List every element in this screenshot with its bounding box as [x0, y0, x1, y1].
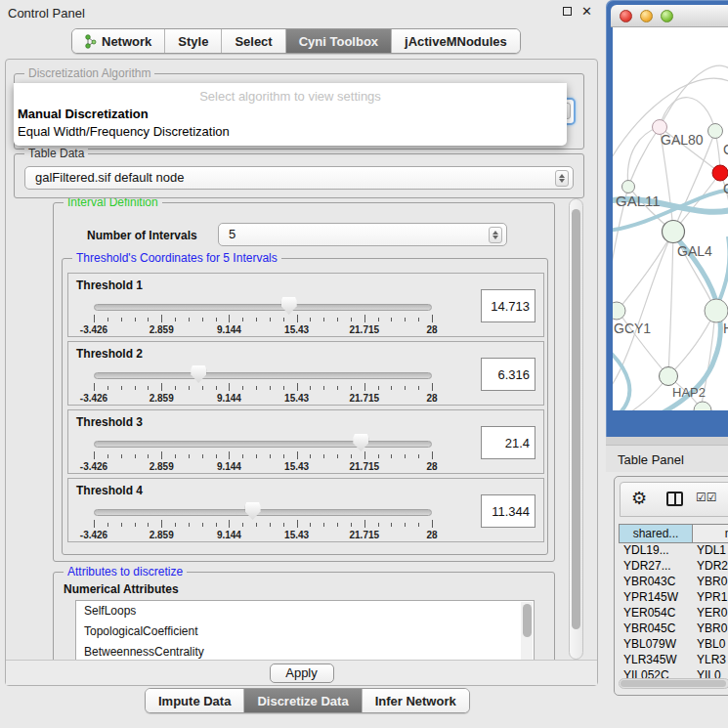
table-panel-window: ⚙ ☑☑ shared... na... YDL19...YDL1YDR27..… [614, 476, 728, 696]
thresholds-group-title: Threshold's Coordinates for 5 Intervals [72, 251, 281, 265]
interval-definition-title: Interval Definition [64, 198, 162, 209]
slider-thumb[interactable] [191, 365, 206, 383]
tab-style[interactable]: Style [165, 29, 222, 53]
tab-jactivemnodules[interactable]: jActiveMNodules [392, 29, 520, 53]
column-header-shared-name[interactable]: shared... [619, 524, 693, 543]
select-checkboxes-icon[interactable]: ☑☑ [696, 491, 717, 504]
option-manual-discretization[interactable]: Manual Discretization [18, 107, 149, 121]
discretization-algorithm-title: Discretization Algorithm [24, 66, 154, 80]
node-label: GA [723, 142, 728, 157]
node-green[interactable] [708, 124, 723, 139]
network-graph: GAL80 GA C GAL11 GAL4 GCY1 H HAP2 [613, 27, 728, 410]
table-row[interactable]: YLR345WYLR3 [619, 653, 728, 668]
option-equal-width-frequency[interactable]: Equal Width/Frequency Discretization [18, 124, 230, 139]
bottom-tab-bar: Impute Data Discretize Data Infer Networ… [145, 688, 470, 713]
algorithm-placeholder: Select algorithm to view settings [14, 89, 567, 104]
number-of-intervals-combobox[interactable]: 5 [218, 223, 507, 246]
table-row[interactable]: YDL19...YDL1 [619, 543, 728, 559]
attribute-item[interactable]: TopologicalCoefficient [76, 621, 534, 642]
table-rows: YDL19...YDL1YDR27...YDR2YBR043CYBR0YPR14… [619, 543, 728, 684]
gear-icon[interactable]: ⚙ [631, 488, 647, 509]
table-row[interactable]: YBL079WYBL0 [619, 637, 728, 653]
threshold-3-row: Threshold 3 -3.4262.8599.14415.4321.7152… [67, 409, 544, 474]
threshold-3-slider[interactable]: -3.4262.8599.14415.4321.71528 [94, 438, 432, 467]
threshold-4-slider[interactable]: -3.4262.8599.14415.4321.71528 [94, 506, 432, 535]
table-data-combobox[interactable]: galFiltered.sif default node [24, 166, 574, 190]
table-data-group: Table Data galFiltered.sif default node [14, 153, 584, 198]
combo-arrows-icon [555, 170, 569, 187]
minimize-window-icon[interactable] [640, 10, 653, 22]
threshold-1-slider[interactable]: -3.4262.8599.14415.4321.71528 [94, 301, 432, 330]
columns-icon[interactable] [666, 492, 683, 506]
node-gcy1[interactable] [613, 302, 625, 320]
panel-vertical-scrollbar[interactable] [569, 198, 583, 660]
apply-strip: Apply [6, 660, 597, 685]
table-data-selected: galFiltered.sif default node [35, 170, 184, 185]
panel-divider [606, 437, 728, 445]
table-header: shared... na... [619, 524, 728, 543]
threshold-3-value-field[interactable] [481, 426, 535, 459]
table-row[interactable]: YPR145WYPR1 [619, 590, 728, 606]
threshold-2-slider[interactable]: -3.4262.8599.14415.4321.71528 [94, 369, 432, 399]
network-icon [85, 34, 97, 49]
apply-button[interactable]: Apply [270, 664, 334, 683]
interval-definition-group: Interval Definition Number of Intervals … [53, 202, 555, 562]
attribute-item[interactable]: BetweennessCentrality [76, 642, 534, 660]
close-icon[interactable]: ✕ [581, 6, 592, 17]
control-panel: Control Panel ✕ Network Style Select Cyn… [0, 0, 606, 728]
table-row[interactable]: YER054CYER0 [619, 606, 728, 621]
table-toolbar: ⚙ ☑☑ [620, 482, 728, 517]
threshold-4-row: Threshold 4 -3.4262.8599.14415.4321.7152… [67, 478, 544, 542]
control-panel-titlebar: Control Panel ✕ [0, 0, 606, 25]
tab-select[interactable]: Select [222, 29, 285, 53]
table-horizontal-scrollbar[interactable] [619, 678, 728, 689]
tab-discretize-data[interactable]: Discretize Data [244, 689, 362, 712]
table-row[interactable]: YBR045CYBR0 [619, 621, 728, 637]
node-label: GAL4 [677, 243, 712, 259]
node-label: GAL11 [616, 193, 661, 209]
table-row[interactable]: YBR043CYBR0 [619, 575, 728, 590]
tab-impute-data[interactable]: Impute Data [146, 689, 244, 712]
table-row[interactable]: YDR27...YDR2 [619, 559, 728, 575]
numerical-attributes-list[interactable]: SelfLoopsTopologicalCoefficientBetweenne… [75, 600, 535, 660]
cyni-toolbox-panel: Discretization Algorithm Select algorith… [5, 59, 598, 686]
threshold-2-value-field[interactable] [481, 358, 535, 391]
node-label: GCY1 [614, 321, 651, 336]
node-label: C [723, 181, 728, 196]
node-red-selected[interactable] [712, 165, 728, 181]
threshold-2-row: Threshold 2 -3.4262.8599.14415.4321.7152… [67, 341, 544, 406]
node-gal11[interactable] [622, 181, 635, 193]
table-panel-bar: Table Panel [606, 445, 728, 472]
algorithm-dropdown-popup: Select algorithm to view settings Manual… [14, 83, 567, 146]
network-canvas[interactable]: GAL80 GA C GAL11 GAL4 GCY1 H HAP2 [613, 27, 728, 410]
number-of-intervals-label: Number of Intervals [87, 229, 197, 242]
close-window-icon[interactable] [620, 10, 632, 22]
node-gal4[interactable] [663, 221, 685, 243]
tab-cyni-toolbox[interactable]: Cyni Toolbox [286, 29, 392, 53]
combo-arrows-icon [489, 227, 502, 243]
thresholds-group: Threshold's Coordinates for 5 Intervals … [62, 258, 548, 555]
network-window-titlebar [611, 5, 728, 27]
top-tab-bar: Network Style Select Cyni Toolbox jActiv… [71, 28, 521, 54]
slider-thumb[interactable] [245, 502, 261, 520]
network-view-window[interactable]: GAL80 GA C GAL11 GAL4 GCY1 H HAP2 [606, 0, 728, 437]
table-panel-title: Table Panel [618, 452, 684, 467]
list-scrollbar[interactable] [521, 602, 533, 660]
threshold-1-row: Threshold 1 -3.4262.8599.14415.4321.7152… [67, 273, 544, 337]
tab-network[interactable]: Network [72, 29, 165, 53]
node-hap2[interactable] [660, 367, 678, 386]
threshold-1-value-field[interactable] [481, 289, 535, 322]
column-header-name[interactable]: na... [693, 524, 728, 543]
float-window-icon[interactable] [563, 7, 572, 16]
slider-thumb[interactable] [353, 434, 368, 451]
slider-thumb[interactable] [281, 297, 297, 315]
node-right[interactable] [705, 299, 728, 322]
node-label: H [723, 321, 728, 336]
tab-infer-network[interactable]: Infer Network [363, 689, 469, 712]
threshold-4-value-field[interactable] [481, 494, 535, 528]
attribute-item[interactable]: SelfLoops [76, 601, 534, 621]
node-label: HAP2 [672, 385, 706, 400]
attribute-items: SelfLoopsTopologicalCoefficientBetweenne… [76, 601, 534, 660]
attributes-group: Attributes to discretize Numerical Attri… [53, 572, 555, 660]
zoom-window-icon[interactable] [661, 10, 673, 22]
